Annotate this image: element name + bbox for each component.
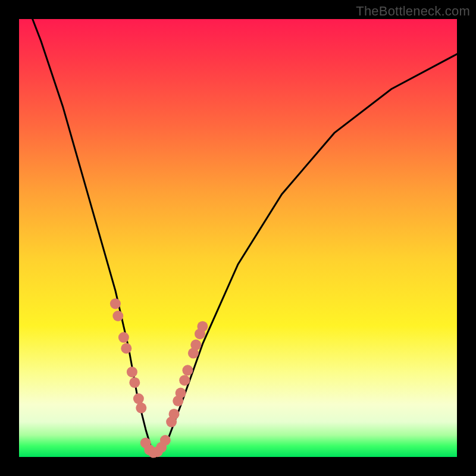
marker-group [110,298,208,458]
data-marker [136,403,146,414]
data-marker [179,375,190,386]
data-marker [182,365,193,375]
data-marker [121,343,131,354]
data-marker [190,340,201,350]
data-marker [127,367,137,377]
plot-area [19,19,457,457]
data-marker [110,298,121,309]
data-marker [176,388,186,399]
data-marker [197,321,208,332]
curve-svg [19,19,457,457]
data-marker [169,409,180,419]
watermark-text: TheBottleneck.com [356,4,470,19]
data-marker [118,332,129,343]
chart-frame: TheBottleneck.com [0,0,476,476]
bottleneck-curve [19,0,457,453]
data-marker [160,435,171,446]
data-marker [129,377,140,388]
data-marker [112,311,123,321]
data-marker [133,393,144,404]
